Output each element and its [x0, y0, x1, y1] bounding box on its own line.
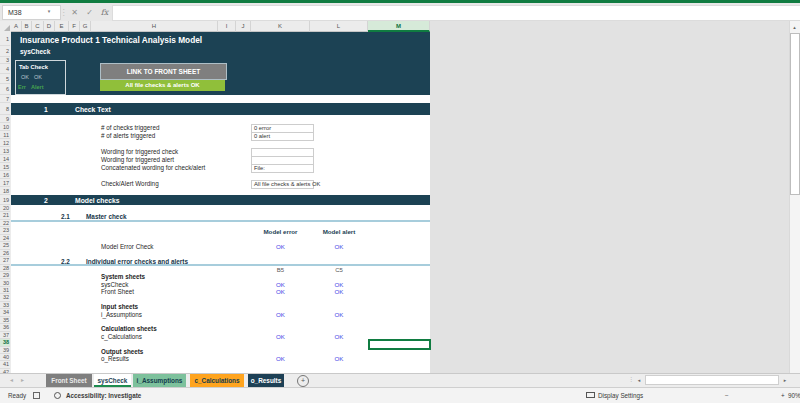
- row-header-8[interactable]: 8: [0, 103, 10, 115]
- zoom-in-icon[interactable]: +: [781, 388, 785, 403]
- column-header-M[interactable]: M: [368, 21, 430, 32]
- enter-icon[interactable]: ✓: [83, 5, 96, 20]
- row-header-20[interactable]: 20: [0, 205, 10, 212]
- row-header-23[interactable]: 23: [0, 227, 10, 234]
- row-header-40[interactable]: 40: [0, 354, 10, 361]
- link-to-front-sheet-button[interactable]: LINK TO FRONT SHEET: [100, 63, 227, 80]
- row-header-41[interactable]: 41: [0, 361, 10, 368]
- row-header-34[interactable]: 34: [0, 309, 10, 316]
- selected-cell[interactable]: [368, 339, 431, 350]
- row-header-1[interactable]: 1: [0, 32, 10, 46]
- column-header-L[interactable]: L: [310, 21, 368, 32]
- row-header-38[interactable]: 38: [0, 339, 10, 346]
- row-header-25[interactable]: 25: [0, 242, 10, 249]
- row-header-27[interactable]: 27: [0, 257, 10, 264]
- column-header-C[interactable]: C: [32, 21, 44, 32]
- sheet-tab-front-sheet[interactable]: Front Sheet: [46, 374, 92, 387]
- column-header-I[interactable]: I: [218, 21, 236, 32]
- row-header-14[interactable]: 14: [0, 155, 10, 163]
- check-row-alert: OK: [310, 355, 368, 362]
- row-header-17[interactable]: 17: [0, 179, 10, 187]
- add-sheet-button[interactable]: +: [297, 375, 309, 387]
- wording-alert-label: Wording for triggered alert: [101, 156, 174, 163]
- check-alert-wording-value-cell[interactable]: All file checks & alerts OK: [251, 180, 314, 189]
- row-header-39[interactable]: 39: [0, 347, 10, 354]
- error-cell-ref: B5: [251, 267, 310, 274]
- group-title-system-sheets: System sheets: [101, 273, 145, 280]
- column-header-G[interactable]: G: [80, 21, 91, 32]
- zoom-level[interactable]: 90%: [788, 388, 800, 403]
- sheet-tab-i-assumptions[interactable]: i_Assumptions: [133, 374, 186, 387]
- macro-record-icon[interactable]: [33, 392, 40, 399]
- row-header-19[interactable]: 19: [0, 195, 10, 205]
- section-1-bar: 1 Check Text: [11, 103, 430, 115]
- tab-check-ok-right: OK: [34, 74, 42, 80]
- row-header-32[interactable]: 32: [0, 294, 10, 301]
- group-title-output-sheets: Output sheets: [101, 348, 143, 355]
- row-header-28[interactable]: 28: [0, 265, 10, 272]
- row-header-31[interactable]: 31: [0, 287, 10, 294]
- subsection-2-1-rule: [11, 220, 430, 222]
- ready-status: Ready: [8, 388, 26, 403]
- row-header-12[interactable]: 12: [0, 139, 10, 147]
- row-header-6[interactable]: 6: [0, 84, 10, 95]
- horizontal-scrollbar[interactable]: [645, 375, 779, 385]
- row-header-4[interactable]: 4: [0, 64, 10, 74]
- row-header-30[interactable]: 30: [0, 280, 10, 287]
- accessibility-status[interactable]: Accessibility: Investigate: [66, 388, 141, 403]
- group-title-calculation-sheets: Calculation sheets: [101, 325, 157, 332]
- check-row-alert: OK: [310, 333, 368, 340]
- display-settings-button[interactable]: Display Settings: [598, 388, 643, 403]
- sheet-outside-area: [430, 21, 789, 373]
- tab-scroll-left-icon[interactable]: ◂: [10, 376, 13, 383]
- sheet-tab-syscheck[interactable]: sysCheck: [94, 374, 131, 387]
- row-header-5[interactable]: 5: [0, 74, 10, 84]
- section-1-title: Check Text: [75, 106, 111, 113]
- row-header-10[interactable]: 10: [0, 123, 10, 131]
- column-header-H[interactable]: H: [91, 21, 218, 32]
- row-header-22[interactable]: 22: [0, 220, 10, 227]
- cancel-icon[interactable]: ✕: [68, 5, 81, 20]
- scroll-up-icon[interactable]: ▴: [789, 22, 800, 32]
- column-header-F[interactable]: F: [69, 21, 80, 32]
- row-header-21[interactable]: 21: [0, 212, 10, 219]
- tab-check-title: Tab Check: [19, 64, 48, 70]
- column-header-A[interactable]: A: [11, 21, 22, 32]
- row-header-3[interactable]: 3: [0, 57, 10, 64]
- row-header-36[interactable]: 36: [0, 324, 10, 331]
- sheet-tab-c-calculations[interactable]: c_Calculations: [190, 374, 244, 387]
- row-header-35[interactable]: 35: [0, 317, 10, 324]
- alerts-triggered-value-cell[interactable]: 0 alert: [251, 132, 314, 141]
- vertical-scrollbar-thumb[interactable]: [790, 33, 800, 195]
- sheet-tab-o-results[interactable]: o_Results: [248, 374, 284, 387]
- name-box-dropdown-icon[interactable]: ▾: [44, 5, 54, 18]
- concat-wording-value-cell[interactable]: File:: [251, 164, 314, 173]
- zoom-out-icon[interactable]: −: [725, 388, 729, 403]
- hscroll-left-icon[interactable]: ◂: [634, 375, 644, 385]
- row-header-13[interactable]: 13: [0, 147, 10, 155]
- section-1-number: 1: [44, 106, 48, 113]
- row-header-37[interactable]: 37: [0, 332, 10, 339]
- hscroll-right-icon[interactable]: ▸: [780, 375, 790, 385]
- row-header-33[interactable]: 33: [0, 302, 10, 309]
- row-header-15[interactable]: 15: [0, 163, 10, 171]
- check-row-error: OK: [251, 311, 310, 318]
- row-header-7[interactable]: 7: [0, 95, 10, 103]
- formula-bar-input[interactable]: [112, 5, 800, 21]
- row-header-2[interactable]: 2: [0, 46, 10, 57]
- row-header-24[interactable]: 24: [0, 235, 10, 242]
- row-header-26[interactable]: 26: [0, 250, 10, 257]
- row-header-29[interactable]: 29: [0, 272, 10, 279]
- column-header-D[interactable]: D: [44, 21, 55, 32]
- row-header-9[interactable]: 9: [0, 115, 10, 123]
- row-header-18[interactable]: 18: [0, 187, 10, 195]
- row-header-11[interactable]: 11: [0, 131, 10, 139]
- check-row-alert: OK: [310, 288, 368, 295]
- column-header-J[interactable]: J: [236, 21, 251, 32]
- tab-scroll-right-icon[interactable]: ▸: [21, 376, 24, 383]
- column-header-E[interactable]: E: [55, 21, 69, 32]
- column-header-B[interactable]: B: [22, 21, 32, 32]
- column-header-K[interactable]: K: [251, 21, 310, 32]
- insert-function-icon[interactable]: fx: [98, 5, 111, 20]
- row-header-16[interactable]: 16: [0, 171, 10, 179]
